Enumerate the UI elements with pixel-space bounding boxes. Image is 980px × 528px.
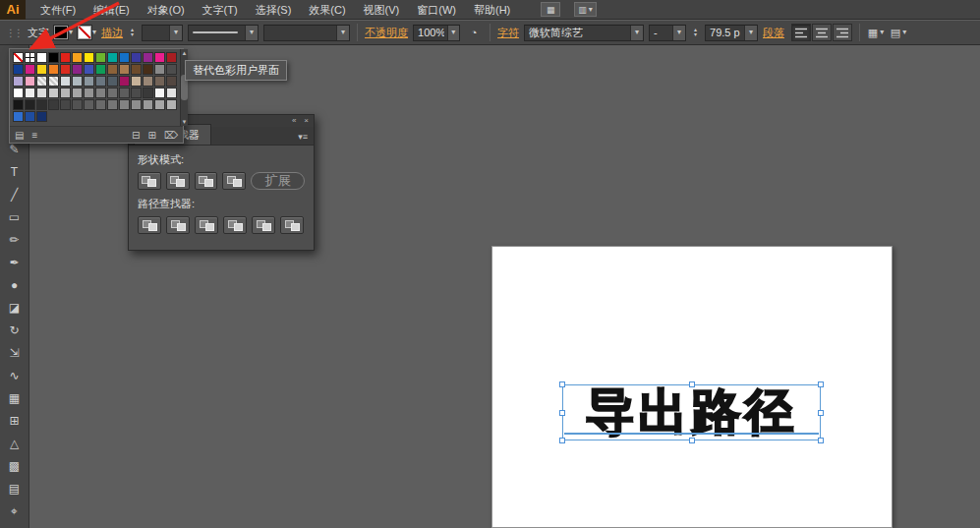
menu-help[interactable]: 帮助(H) bbox=[465, 0, 519, 20]
pathfinder-divide-button[interactable] bbox=[138, 216, 161, 234]
menu-effect[interactable]: 效果(C) bbox=[300, 0, 354, 20]
swatch[interactable] bbox=[119, 64, 130, 75]
swatch[interactable] bbox=[166, 52, 177, 63]
scale-tool[interactable]: ⇲ bbox=[3, 345, 27, 361]
swatch[interactable] bbox=[107, 52, 118, 63]
scroll-up-icon[interactable]: ▲ bbox=[182, 50, 188, 56]
selection-handle[interactable] bbox=[559, 438, 565, 443]
swatch[interactable] bbox=[36, 88, 47, 98]
swatch[interactable] bbox=[95, 76, 106, 87]
swatch[interactable] bbox=[60, 76, 71, 87]
align-left-button[interactable] bbox=[791, 24, 811, 41]
swatch[interactable] bbox=[84, 99, 94, 110]
swatch[interactable] bbox=[36, 64, 47, 75]
swatch-pattern[interactable] bbox=[36, 76, 47, 87]
pathfinder-minus-back-button[interactable] bbox=[280, 216, 304, 234]
menu-type[interactable]: 文字(T) bbox=[194, 0, 247, 20]
chevron-down-icon[interactable]: ▾ bbox=[744, 26, 757, 40]
swatch[interactable] bbox=[13, 88, 24, 98]
pencil-tool[interactable]: ✒ bbox=[3, 255, 27, 270]
swatch[interactable] bbox=[13, 99, 24, 110]
pathfinder-minus-front-button[interactable] bbox=[166, 172, 190, 190]
swatch[interactable] bbox=[36, 111, 47, 122]
swatch[interactable] bbox=[154, 76, 165, 87]
perspective-grid-tool[interactable]: △ bbox=[3, 436, 27, 451]
font-style-combo[interactable]: -▾ bbox=[649, 25, 686, 41]
swatch[interactable] bbox=[154, 88, 165, 98]
chevron-down-icon[interactable]: ▾ bbox=[92, 29, 96, 36]
rectangle-tool[interactable]: ▭ bbox=[3, 209, 27, 225]
swatch-pattern[interactable] bbox=[48, 76, 59, 87]
chevron-down-icon[interactable]: ▾ bbox=[69, 29, 73, 36]
selection-handle[interactable] bbox=[559, 381, 565, 387]
swatch[interactable] bbox=[72, 88, 83, 98]
selection-handle[interactable] bbox=[559, 410, 565, 416]
swatch[interactable] bbox=[107, 99, 118, 110]
chevron-down-icon[interactable]: ▾ bbox=[169, 26, 182, 40]
new-color-group-icon[interactable]: ⊟ bbox=[132, 130, 140, 141]
swatch[interactable] bbox=[72, 64, 83, 75]
swatch[interactable] bbox=[166, 64, 177, 75]
blob-brush-tool[interactable]: ● bbox=[3, 277, 27, 293]
eyedropper-tool[interactable]: ⌖ bbox=[3, 503, 27, 519]
swatch[interactable] bbox=[143, 76, 153, 87]
pathfinder-merge-button[interactable] bbox=[195, 216, 218, 234]
artboard-text[interactable]: 导出路径 bbox=[563, 385, 820, 440]
character-link[interactable]: 字符 bbox=[497, 26, 519, 40]
workspace-switcher[interactable]: ▥▾ bbox=[574, 2, 597, 17]
swatch[interactable] bbox=[143, 88, 153, 98]
chevron-down-icon[interactable]: ▾ bbox=[336, 26, 349, 40]
swatch[interactable] bbox=[131, 52, 142, 63]
fill-color-swatch[interactable] bbox=[54, 26, 68, 39]
swatch[interactable] bbox=[95, 99, 106, 110]
swatch[interactable] bbox=[143, 99, 153, 110]
opacity-link[interactable]: 不透明度 bbox=[365, 26, 408, 40]
spinner-down-icon[interactable]: ▾ bbox=[128, 32, 137, 37]
swatch[interactable] bbox=[119, 99, 130, 110]
align-panel-dropdown[interactable]: ▦▾ bbox=[867, 25, 885, 41]
swatch[interactable] bbox=[84, 52, 94, 63]
spinner-down-icon[interactable]: ▾ bbox=[691, 32, 700, 37]
delete-swatch-icon[interactable]: ⌦ bbox=[164, 130, 178, 141]
swatch[interactable] bbox=[25, 64, 35, 75]
chevron-down-icon[interactable]: ▾ bbox=[245, 26, 258, 40]
pathfinder-crop-button[interactable] bbox=[223, 216, 247, 234]
menu-select[interactable]: 选择(S) bbox=[247, 0, 301, 20]
opacity-combo[interactable]: 100%▾ bbox=[413, 25, 460, 41]
chevron-down-icon[interactable]: ▾ bbox=[447, 26, 459, 40]
app-logo[interactable]: Ai bbox=[0, 0, 26, 20]
rotate-tool[interactable]: ↻ bbox=[3, 323, 27, 338]
swatch[interactable] bbox=[25, 111, 35, 122]
width-tool[interactable]: ∿ bbox=[3, 368, 27, 383]
stroke-weight-combo[interactable]: ▾ bbox=[142, 25, 183, 41]
swatch[interactable] bbox=[143, 64, 153, 75]
swatch[interactable] bbox=[25, 88, 35, 98]
align-center-button[interactable] bbox=[812, 24, 832, 41]
new-swatch-icon[interactable]: ⊞ bbox=[147, 130, 155, 141]
mesh-tool[interactable]: ▩ bbox=[3, 458, 27, 474]
swatch[interactable] bbox=[48, 88, 59, 98]
swatch[interactable] bbox=[95, 52, 106, 63]
free-transform-tool[interactable]: ▦ bbox=[3, 390, 27, 406]
swatch[interactable] bbox=[60, 52, 71, 63]
transform-panel-dropdown[interactable]: ▤▾ bbox=[890, 25, 907, 41]
menu-object[interactable]: 对象(O) bbox=[139, 0, 194, 20]
align-right-button[interactable] bbox=[833, 24, 852, 41]
swatch[interactable] bbox=[13, 111, 24, 122]
swatch[interactable] bbox=[166, 99, 177, 110]
recolor-artwork-icon[interactable]: ◔ bbox=[465, 25, 483, 41]
font-family-combo[interactable]: 微软简综艺▾ bbox=[524, 25, 644, 41]
expand-button[interactable]: 扩展 bbox=[251, 172, 305, 190]
swatch[interactable] bbox=[13, 64, 24, 75]
swatch[interactable] bbox=[72, 99, 83, 110]
arrange-documents-icon[interactable]: ▦ bbox=[541, 2, 560, 17]
swatch[interactable] bbox=[60, 99, 71, 110]
menu-file[interactable]: 文件(F) bbox=[31, 0, 85, 20]
swatch[interactable] bbox=[119, 88, 130, 98]
paintbrush-tool[interactable]: ✏ bbox=[3, 232, 27, 248]
type-tool[interactable]: T bbox=[3, 164, 27, 180]
shape-builder-tool[interactable]: ⊞ bbox=[3, 413, 27, 429]
menu-window[interactable]: 窗口(W) bbox=[408, 0, 465, 20]
swatch-registration[interactable] bbox=[25, 52, 35, 63]
swatch[interactable] bbox=[36, 52, 47, 63]
